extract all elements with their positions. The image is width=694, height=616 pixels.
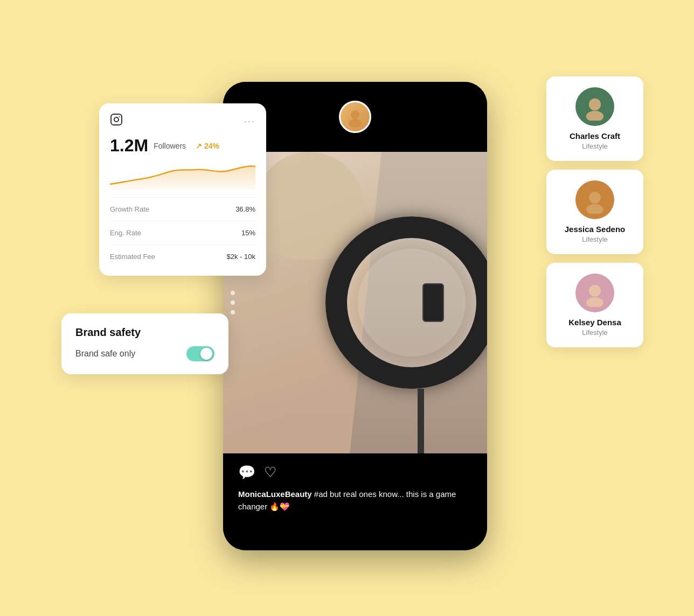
kelsey-name: Kelsey Densa [568,318,621,327]
brand-safety-card: Brand safety Brand safe only [61,313,228,374]
svg-point-3 [114,117,119,122]
brand-safety-title: Brand safety [75,326,214,339]
influencer-card-jessica[interactable]: Jessica Sedeno Lifestyle [546,170,643,254]
influencer-cards: Charles Craft Lifestyle Jessica Sedeno L… [546,76,643,347]
followers-count: 1.2M [110,136,148,156]
jessica-avatar [575,180,614,219]
more-options-icon[interactable]: ··· [244,116,255,127]
jessica-name: Jessica Sedeno [565,225,626,234]
stats-row-fee: Estimated Fee $2k - 10k [110,248,255,265]
phone-icons: 💬 ♡ [238,464,472,481]
svg-point-0 [351,110,359,119]
estimated-fee-value: $2k - 10k [227,253,255,261]
phone-bottom: 💬 ♡ MonicaLuxeBeauty #ad but real ones k… [223,453,487,550]
kelsey-category: Lifestyle [582,328,608,337]
estimated-fee-label: Estimated Fee [110,253,155,261]
stats-row-eng: Eng. Rate 15% [110,225,255,241]
charles-category: Lifestyle [582,142,608,150]
scene: 💬 ♡ MonicaLuxeBeauty #ad but real ones k… [51,50,643,566]
growth-badge: ↗ 24% [196,142,219,150]
caption-username: MonicaLuxeBeauty [238,489,312,499]
heart-icon[interactable]: ♡ [264,464,276,481]
ring-stand [418,389,424,453]
brand-safe-toggle[interactable] [186,346,214,361]
phone-avatar [339,101,371,133]
eng-rate-value: 15% [241,229,255,237]
brand-safe-only-label: Brand safe only [75,349,135,359]
stats-card: ··· 1.2M Followers ↗ 24% Growth [99,103,266,276]
svg-point-10 [586,204,603,214]
influencer-card-charles[interactable]: Charles Craft Lifestyle [546,76,643,161]
stats-card-header: ··· [110,113,255,129]
charles-avatar [575,87,614,126]
svg-point-7 [589,99,601,110]
svg-rect-2 [111,114,122,125]
svg-point-8 [586,111,603,121]
stats-row-growth: Growth Rate 36.8% [110,201,255,218]
svg-point-12 [586,297,603,307]
growth-rate-label: Growth Rate [110,205,149,213]
brand-safety-row: Brand safe only [75,346,214,361]
ring-light [325,216,487,389]
svg-point-4 [119,116,120,117]
toggle-knob [200,348,212,360]
followers-row: 1.2M Followers ↗ 24% [110,136,255,156]
comment-icon[interactable]: 💬 [238,464,255,481]
instagram-icon [110,113,123,129]
eng-rate-label: Eng. Rate [110,229,141,237]
stats-rows: Growth Rate 36.8% Eng. Rate 15% Estimate… [110,197,255,265]
svg-point-9 [589,192,601,204]
influencer-card-kelsey[interactable]: Kelsey Densa Lifestyle [546,263,643,347]
svg-point-1 [349,119,362,128]
followers-label: Followers [154,142,186,150]
growth-rate-value: 36.8% [235,205,255,213]
kelsey-avatar [575,274,614,312]
svg-point-11 [589,285,601,297]
jessica-category: Lifestyle [582,235,608,243]
charles-name: Charles Craft [570,131,620,141]
mini-chart [110,160,255,190]
phone-caption: MonicaLuxeBeauty #ad but real ones know.… [238,488,472,513]
